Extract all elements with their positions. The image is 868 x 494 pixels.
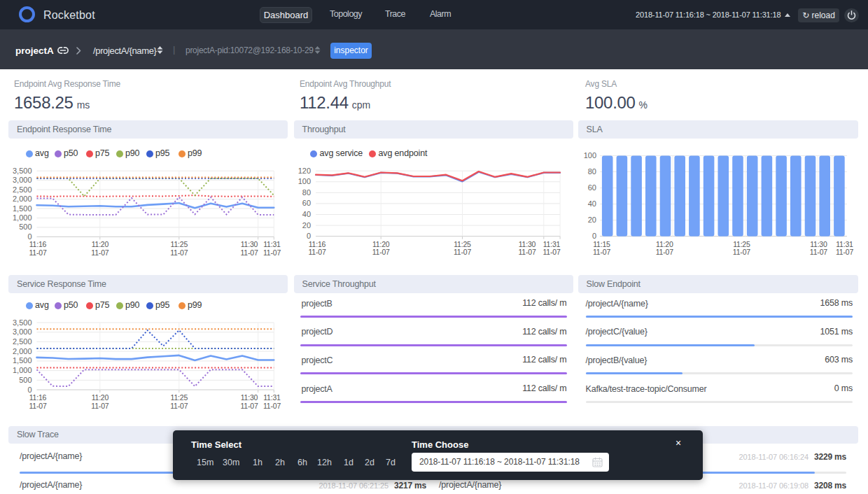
svg-text:11-07: 11-07 (170, 401, 188, 409)
svg-text:120: 120 (298, 167, 310, 175)
svg-text:500: 500 (19, 375, 31, 383)
svg-text:11-07: 11-07 (263, 401, 281, 409)
svg-text:11:30: 11:30 (518, 240, 536, 248)
svg-text:11-07: 11-07 (29, 248, 46, 257)
svg-text:11:16: 11:16 (29, 240, 47, 248)
svg-text:0: 0 (27, 232, 31, 241)
svg-text:11:25: 11:25 (454, 240, 471, 248)
svg-text:11:20: 11:20 (656, 240, 673, 248)
svg-text:11-07: 11-07 (263, 248, 281, 257)
svg-text:11:16: 11:16 (308, 240, 326, 248)
svg-text:60: 60 (302, 199, 310, 207)
svg-text:0: 0 (27, 385, 31, 393)
svg-text:11:31: 11:31 (836, 240, 853, 248)
svg-text:3,000: 3,000 (13, 327, 32, 336)
svg-text:2,500: 2,500 (13, 185, 32, 194)
svg-text:11-07: 11-07 (29, 401, 46, 409)
svg-text:11:25: 11:25 (171, 393, 188, 402)
svg-text:11:25: 11:25 (171, 240, 188, 248)
svg-text:1,000: 1,000 (13, 213, 32, 222)
svg-text:11-07: 11-07 (518, 248, 536, 256)
svg-text:60: 60 (587, 183, 596, 192)
svg-text:11:16: 11:16 (29, 393, 47, 402)
svg-text:11-07: 11-07 (655, 248, 673, 256)
svg-text:11:31: 11:31 (263, 240, 281, 248)
svg-text:500: 500 (19, 223, 31, 231)
svg-text:11-07: 11-07 (308, 248, 326, 256)
svg-text:80: 80 (587, 167, 596, 176)
svg-text:0: 0 (592, 232, 596, 240)
svg-text:11-07: 11-07 (91, 248, 108, 257)
svg-text:2,000: 2,000 (13, 195, 32, 203)
svg-text:11:20: 11:20 (372, 240, 389, 248)
svg-text:3,000: 3,000 (13, 176, 32, 184)
svg-text:11-07: 11-07 (240, 401, 258, 409)
svg-text:11:30: 11:30 (810, 240, 827, 248)
svg-text:11-07: 11-07 (170, 248, 188, 257)
svg-text:11:25: 11:25 (733, 240, 750, 248)
svg-text:80: 80 (302, 188, 310, 197)
svg-text:11:20: 11:20 (92, 240, 109, 248)
svg-text:0: 0 (306, 232, 310, 240)
svg-text:40: 40 (587, 199, 596, 208)
svg-text:11-07: 11-07 (240, 248, 258, 257)
svg-text:11:30: 11:30 (241, 240, 258, 248)
svg-text:100: 100 (298, 177, 310, 185)
svg-text:11-07: 11-07 (592, 248, 610, 256)
svg-text:11-07: 11-07 (453, 248, 470, 256)
svg-text:11-07: 11-07 (809, 248, 827, 256)
svg-text:11-07: 11-07 (91, 401, 108, 409)
svg-text:11-07: 11-07 (732, 248, 750, 256)
svg-text:11:20: 11:20 (92, 393, 109, 402)
svg-text:1,500: 1,500 (13, 204, 32, 213)
svg-text:20: 20 (302, 221, 310, 230)
svg-text:2,000: 2,000 (13, 346, 32, 355)
svg-text:11:31: 11:31 (542, 240, 560, 248)
svg-text:40: 40 (302, 210, 310, 218)
svg-text:11:30: 11:30 (241, 393, 258, 402)
svg-text:11-07: 11-07 (372, 248, 389, 256)
svg-text:100: 100 (583, 151, 596, 160)
svg-text:1,500: 1,500 (13, 356, 32, 365)
svg-text:11-07: 11-07 (835, 248, 853, 256)
svg-text:3,500: 3,500 (13, 318, 32, 326)
svg-text:11-07: 11-07 (542, 248, 560, 256)
svg-text:11:15: 11:15 (593, 240, 610, 248)
svg-text:2,500: 2,500 (13, 337, 32, 345)
svg-text:1,000: 1,000 (13, 366, 32, 374)
svg-text:3,500: 3,500 (13, 167, 32, 175)
svg-text:20: 20 (587, 216, 596, 224)
svg-text:11:31: 11:31 (263, 393, 281, 402)
